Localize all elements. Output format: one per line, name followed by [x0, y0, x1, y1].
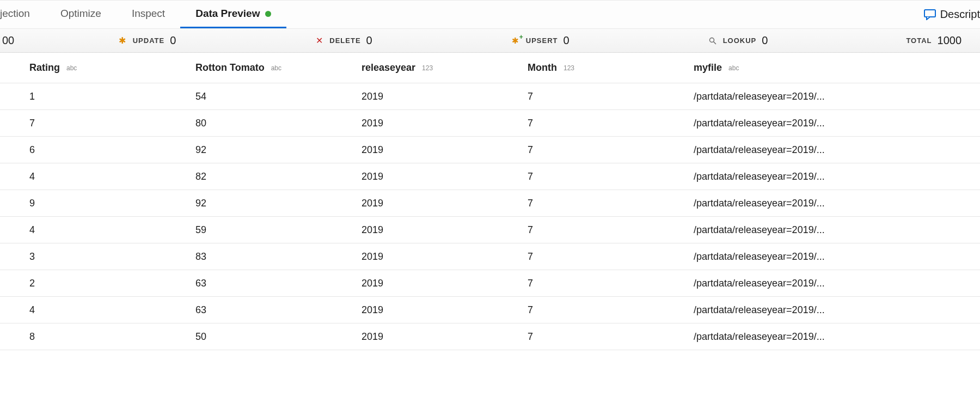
table-cell: 8: [29, 331, 195, 343]
stat-value: 0: [366, 34, 372, 47]
column-name: myfile: [694, 62, 722, 74]
table-row[interactable]: 15420197/partdata/releaseyear=2019/...: [0, 83, 980, 110]
table-cell: 2019: [362, 251, 528, 263]
table-cell: /partdata/releaseyear=2019/...: [694, 251, 849, 263]
column-type: abc: [271, 64, 281, 72]
stat-value: 0: [563, 34, 569, 47]
descript-label: Descript: [940, 8, 980, 21]
table-row[interactable]: 78020197/partdata/releaseyear=2019/...: [0, 110, 980, 137]
table-cell: 7: [528, 278, 694, 289]
table-cell: 80: [195, 118, 362, 129]
stat-label: DELETE: [329, 36, 360, 45]
table-header-row: Rating abc Rotton Tomato abc releaseyear…: [0, 53, 980, 83]
stat-value: 0: [170, 34, 176, 47]
column-header-rating[interactable]: Rating abc: [29, 62, 195, 74]
tab-label: Inspect: [132, 8, 165, 20]
tab-label: Optimize: [60, 8, 101, 20]
table-row[interactable]: 38320197/partdata/releaseyear=2019/...: [0, 243, 980, 270]
table-cell: 2019: [362, 91, 528, 102]
table-cell: 9: [29, 198, 195, 209]
table-cell: 2019: [362, 118, 528, 129]
table-row[interactable]: 99220197/partdata/releaseyear=2019/...: [0, 190, 980, 217]
table-cell: 92: [195, 144, 362, 156]
table-row[interactable]: 26320197/partdata/releaseyear=2019/...: [0, 270, 980, 297]
stat-label: UPSERT: [526, 36, 558, 45]
table-cell: /partdata/releaseyear=2019/...: [694, 224, 849, 236]
table-cell: /partdata/releaseyear=2019/...: [694, 198, 849, 209]
stat-delete: ✕ DELETE 0: [314, 34, 372, 47]
column-name: releaseyear: [362, 62, 415, 74]
column-header-month[interactable]: Month 123: [528, 62, 694, 74]
stat-value: 0: [762, 34, 768, 47]
table-cell: 2019: [362, 278, 528, 289]
descript-button[interactable]: Descript: [924, 8, 980, 21]
stat-value: 1000: [938, 34, 962, 47]
column-type: abc: [66, 64, 77, 72]
table-cell: 3: [29, 251, 195, 263]
table-cell: 92: [195, 198, 362, 209]
table-cell: 2019: [362, 331, 528, 343]
stat-upsert: ✱ + UPSERT 0: [511, 34, 569, 47]
status-dot-icon: [265, 11, 271, 17]
table-cell: /partdata/releaseyear=2019/...: [694, 91, 849, 102]
tab-optimize[interactable]: Optimize: [45, 1, 117, 28]
table-cell: 54: [195, 91, 362, 102]
stats-bar: 00 ✱ UPDATE 0 ✕ DELETE 0 ✱ + UPSERT 0 LO…: [0, 29, 980, 53]
table-cell: /partdata/releaseyear=2019/...: [694, 118, 849, 129]
column-name: Month: [528, 62, 557, 74]
svg-point-1: [709, 38, 714, 42]
tab-data-preview[interactable]: Data Preview: [180, 1, 286, 28]
table-row[interactable]: 48220197/partdata/releaseyear=2019/...: [0, 163, 980, 190]
table-cell: 7: [528, 224, 694, 236]
table-cell: 50: [195, 331, 362, 343]
table-cell: /partdata/releaseyear=2019/...: [694, 278, 849, 289]
table-cell: 1: [29, 91, 195, 102]
tab-label: jection: [0, 8, 30, 20]
tab-projection[interactable]: jection: [0, 1, 45, 28]
svg-rect-0: [924, 10, 935, 17]
table-cell: /partdata/releaseyear=2019/...: [694, 171, 849, 182]
table-body: 15420197/partdata/releaseyear=2019/...78…: [0, 83, 980, 350]
stat-update: ✱ UPDATE 0: [118, 34, 176, 47]
table-cell: 4: [29, 304, 195, 316]
table-cell: 2019: [362, 304, 528, 316]
column-header-releaseyear[interactable]: releaseyear 123: [362, 62, 528, 74]
table-row[interactable]: 85020197/partdata/releaseyear=2019/...: [0, 323, 980, 350]
table-cell: /partdata/releaseyear=2019/...: [694, 144, 849, 156]
stats-left-edge-value: 00: [0, 34, 19, 47]
table-cell: 82: [195, 171, 362, 182]
table-cell: 63: [195, 278, 362, 289]
table-row[interactable]: 45920197/partdata/releaseyear=2019/...: [0, 217, 980, 243]
asterisk-plus-icon: ✱ +: [511, 36, 520, 46]
column-type: 123: [422, 64, 433, 72]
stat-label: LOOKUP: [723, 36, 757, 45]
table-cell: 2019: [362, 224, 528, 236]
x-icon: ✕: [314, 35, 324, 46]
table-cell: 7: [528, 198, 694, 209]
table-cell: 7: [528, 304, 694, 316]
table-cell: 7: [528, 91, 694, 102]
column-type: 123: [564, 64, 574, 72]
table-cell: 2019: [362, 171, 528, 182]
column-type: abc: [728, 64, 739, 72]
table-cell: /partdata/releaseyear=2019/...: [694, 304, 849, 316]
table-row[interactable]: 69220197/partdata/releaseyear=2019/...: [0, 137, 980, 163]
table-cell: 83: [195, 251, 362, 263]
table-row[interactable]: 46320197/partdata/releaseyear=2019/...: [0, 297, 980, 323]
stat-label: UPDATE: [133, 36, 164, 45]
tab-inspect[interactable]: Inspect: [117, 1, 180, 28]
table-cell: 7: [528, 144, 694, 156]
table-cell: 6: [29, 144, 195, 156]
column-name: Rating: [29, 62, 60, 74]
column-header-myfile[interactable]: myfile abc: [694, 62, 849, 74]
table-cell: 2019: [362, 198, 528, 209]
tab-bar: jection Optimize Inspect Data Preview De…: [0, 1, 980, 29]
table-cell: 7: [528, 171, 694, 182]
table-cell: 2: [29, 278, 195, 289]
search-icon: [708, 37, 718, 45]
table-cell: 4: [29, 224, 195, 236]
table-cell: 7: [29, 118, 195, 129]
tab-label: Data Preview: [195, 8, 260, 20]
column-header-rotton-tomato[interactable]: Rotton Tomato abc: [195, 62, 362, 74]
table-cell: /partdata/releaseyear=2019/...: [694, 331, 849, 343]
